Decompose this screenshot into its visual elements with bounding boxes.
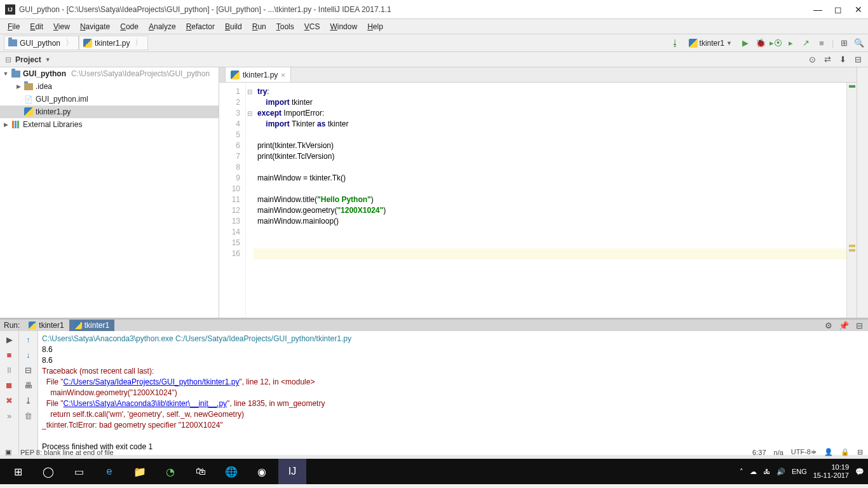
chevron-down-icon: ▼ xyxy=(726,40,732,46)
rerun-icon[interactable]: ▶ xyxy=(4,334,15,345)
coverage-icon[interactable]: ▸⦿ xyxy=(771,38,781,48)
print-icon[interactable]: 🖶 xyxy=(23,379,34,391)
lock-icon[interactable]: 🔒 xyxy=(841,448,850,456)
inspection-icon[interactable]: 👤 xyxy=(824,448,833,456)
explorer-icon[interactable]: 📁 xyxy=(126,459,154,484)
profile-icon[interactable]: ▸ xyxy=(786,38,796,48)
menu-analyze[interactable]: Analyze xyxy=(145,21,180,32)
more-icon[interactable]: » xyxy=(4,410,15,421)
project-tree[interactable]: ▼ GUI_python C:\Users\Satya\IdeaProjects… xyxy=(0,67,219,318)
editor-tab[interactable]: tkinter1.py × xyxy=(226,67,291,82)
app-icon[interactable]: ◔ xyxy=(156,459,184,484)
breadcrumb[interactable]: GUI_python xyxy=(4,36,79,50)
down-icon[interactable]: ↓ xyxy=(23,349,34,360)
code-editor[interactable]: 12345678910111213141516 ⊟ ⊟ try: import … xyxy=(219,83,857,318)
run-icon[interactable]: ▶ xyxy=(740,38,750,48)
make-icon[interactable]: ⭳ xyxy=(670,38,681,48)
tab-label: tkinter1.py xyxy=(243,71,278,79)
onedrive-icon[interactable]: ☁ xyxy=(750,468,757,476)
minimize-button[interactable]: — xyxy=(813,5,822,14)
wrap-icon[interactable]: ⊟ xyxy=(23,364,34,376)
tray-language[interactable]: ENG xyxy=(792,468,807,475)
breadcrumb[interactable]: tkinter1.py xyxy=(79,36,148,50)
debug-icon[interactable]: 🐞 xyxy=(756,38,766,48)
network-icon[interactable]: 🖧 xyxy=(763,468,770,475)
pin-icon[interactable]: 📌 xyxy=(839,320,849,330)
obs-icon[interactable]: ◉ xyxy=(248,459,276,484)
menu-run[interactable]: Run xyxy=(248,21,270,32)
tool-windows-icon[interactable]: ▣ xyxy=(5,448,11,456)
run-side-toolbar: ▶ ■ ⏸ ⏹ ✖ » xyxy=(0,331,19,455)
collapse-icon[interactable]: ⊙ xyxy=(807,55,817,65)
stop-icon[interactable]: ■ xyxy=(817,38,827,48)
notifications-icon[interactable]: 💬 xyxy=(855,468,864,476)
run-tab[interactable]: tkinter1 xyxy=(24,320,69,331)
up-icon[interactable]: ↑ xyxy=(23,334,34,345)
system-tray[interactable]: ˄ ☁ 🖧 🔊 ENG 10:19 15-11-2017 💬 xyxy=(740,463,864,480)
tray-clock[interactable]: 10:19 15-11-2017 xyxy=(813,463,849,480)
hide-icon[interactable]: ⊟ xyxy=(854,320,864,330)
menu-tools[interactable]: Tools xyxy=(273,21,298,32)
maximize-button[interactable]: ◻ xyxy=(834,5,843,14)
menu-refactor[interactable]: Refactor xyxy=(182,21,219,32)
encoding[interactable]: UTF-8≑ xyxy=(791,448,817,456)
menu-window[interactable]: Window xyxy=(326,21,361,32)
run-panel: Run: tkinter1tkinter1 ⚙ 📌 ⊟ ▶ ■ ⏸ ⏹ ✖ » … xyxy=(0,318,868,445)
menu-navigate[interactable]: Navigate xyxy=(76,21,114,32)
exit-icon[interactable]: ⏹ xyxy=(4,379,15,391)
root-path: C:\Users\Satya\IdeaProjects\GUI_python xyxy=(71,69,210,78)
menu-edit[interactable]: Edit xyxy=(26,21,47,32)
gear-icon[interactable]: ⬇ xyxy=(837,55,848,65)
taskview-icon[interactable]: ▭ xyxy=(65,459,93,484)
tree-external-libs[interactable]: ▶ External Libraries xyxy=(0,118,219,131)
python-icon xyxy=(689,39,698,48)
export-icon[interactable]: ⤓ xyxy=(23,395,34,406)
cortana-icon[interactable]: ◯ xyxy=(34,459,62,484)
menu-vcs[interactable]: VCS xyxy=(301,21,324,32)
volume-icon[interactable]: 🔊 xyxy=(776,468,785,476)
project-pin-icon[interactable]: ⊟ xyxy=(5,55,11,64)
code-content[interactable]: try: import tkinterexcept ImportError: i… xyxy=(254,83,846,318)
stop-icon[interactable]: ■ xyxy=(4,349,15,360)
structure-icon[interactable]: ⊞ xyxy=(839,38,849,48)
expand-arrow-icon[interactable]: ▶ xyxy=(15,83,22,90)
expand-arrow-icon[interactable]: ▶ xyxy=(3,121,9,128)
status-message: PEP 8: blank line at end of file xyxy=(20,449,114,456)
pause-icon[interactable]: ⏸ xyxy=(4,364,15,376)
chevron-down-icon[interactable]: ▼ xyxy=(45,57,51,63)
console-output[interactable]: C:\Users\Satya\Anaconda3\python.exe C:/U… xyxy=(38,331,868,455)
close-icon[interactable]: ✖ xyxy=(4,395,15,406)
attach-icon[interactable]: ↗ xyxy=(801,38,811,48)
close-tab-icon[interactable]: × xyxy=(281,71,285,79)
scroll-icon[interactable]: ⇄ xyxy=(822,55,832,65)
search-icon[interactable]: 🔍 xyxy=(854,38,864,48)
edge-icon[interactable]: e xyxy=(95,459,123,484)
editor-area: tkinter1.py × 12345678910111213141516 ⊟ … xyxy=(219,67,857,318)
menu-file[interactable]: File xyxy=(4,21,24,32)
chrome-icon[interactable]: 🌐 xyxy=(217,459,245,484)
gear-icon[interactable]: ⚙ xyxy=(824,320,834,330)
run-tab[interactable]: tkinter1 xyxy=(69,320,114,331)
menu-help[interactable]: Help xyxy=(363,21,387,32)
menu-view[interactable]: View xyxy=(50,21,74,32)
run-config-selector[interactable]: tkinter1 ▼ xyxy=(686,37,735,49)
close-button[interactable]: ✕ xyxy=(854,5,863,14)
tree-node[interactable]: tkinter1.py xyxy=(0,105,219,118)
tree-node[interactable]: ▶.idea xyxy=(0,80,219,93)
editor-scrollbar[interactable] xyxy=(846,83,857,318)
right-tool-strip[interactable] xyxy=(857,67,868,318)
tree-node[interactable]: 📄GUI_python.iml xyxy=(0,93,219,105)
tree-root[interactable]: ▼ GUI_python C:\Users\Satya\IdeaProjects… xyxy=(0,67,219,80)
memory-icon[interactable]: ⊟ xyxy=(857,448,863,456)
menu-build[interactable]: Build xyxy=(221,21,246,32)
hide-icon[interactable]: ⊟ xyxy=(853,55,863,65)
tray-chevron-icon[interactable]: ˄ xyxy=(740,468,743,476)
marker-ok xyxy=(849,85,855,88)
fold-column[interactable]: ⊟ ⊟ xyxy=(246,83,254,318)
expand-arrow-icon[interactable]: ▼ xyxy=(3,71,9,77)
start-button[interactable]: ⊞ xyxy=(4,459,32,484)
intellij-task-icon[interactable]: IJ xyxy=(278,459,306,484)
menu-code[interactable]: Code xyxy=(116,21,142,32)
trash-icon[interactable]: 🗑 xyxy=(23,410,34,421)
store-icon[interactable]: 🛍 xyxy=(187,459,215,484)
